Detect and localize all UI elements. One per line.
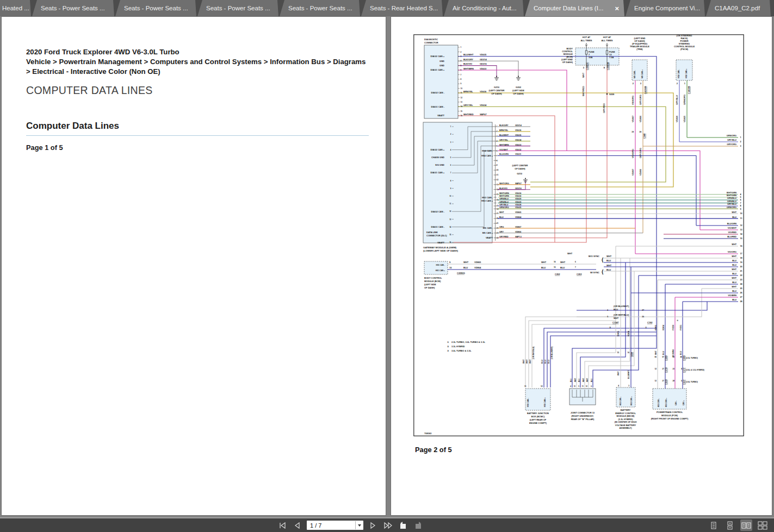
svg-text:7: 7 xyxy=(461,74,462,76)
svg-text:BLK/VIO: BLK/VIO xyxy=(463,62,472,65)
last-page-button[interactable] xyxy=(382,520,394,531)
tab-close-icon[interactable]: × xyxy=(610,5,619,12)
svg-text:HOT AT: HOT AT xyxy=(583,36,591,39)
svg-text:WHT/GRN: WHT/GRN xyxy=(499,192,509,195)
svg-text:DIAG1 CAN +: DIAG1 CAN + xyxy=(431,68,445,71)
svg-text:DIAG2 CAN +: DIAG2 CAN + xyxy=(431,148,445,151)
svg-text:11: 11 xyxy=(524,385,527,387)
svg-text:C138B: C138B xyxy=(665,355,667,361)
svg-text:39: 39 xyxy=(631,131,634,133)
svg-text:VD630: VD630 xyxy=(515,192,521,195)
svg-text:16: 16 xyxy=(461,115,463,117)
svg-text:5: 5 xyxy=(607,316,608,318)
section-title: COMPUTER DATA LINES xyxy=(26,84,366,97)
svg-text:GD214: GD214 xyxy=(480,58,487,61)
svg-text:4: 4 xyxy=(497,140,498,142)
svg-text:HS1 CAN -: HS1 CAN - xyxy=(436,264,445,266)
svg-text:(RIGHT UNDERBODY,: (RIGHT UNDERBODY, xyxy=(571,415,593,417)
svg-text:6: 6 xyxy=(497,150,498,152)
svg-text:VD807: VD807 xyxy=(631,168,634,176)
previous-page-button[interactable] xyxy=(292,520,304,531)
wire xyxy=(530,151,700,230)
svg-text:OF DASH): OF DASH) xyxy=(513,92,524,95)
tab-seats-power-seats[interactable]: Seats - Power Seats ... xyxy=(197,0,278,16)
page-number-input[interactable]: 1 / 7 xyxy=(307,521,363,530)
svg-text:GD214: GD214 xyxy=(515,124,522,127)
tab-seats-rear-heated-s[interactable]: Seats - Rear Heated S... xyxy=(361,0,443,16)
tab-air-conditioning-aut[interactable]: Air Conditioning - Aut... xyxy=(444,0,524,16)
svg-text:WHT: WHT xyxy=(617,371,620,375)
pdf-viewer-window: Heated ...Seats - Power Seats ...Seats -… xyxy=(0,0,774,532)
svg-text:WHT: WHT xyxy=(541,261,547,264)
svg-text:9: 9 xyxy=(497,164,498,166)
svg-text:REAR OF "B" PILLAR): REAR OF "B" PILLAR) xyxy=(571,418,595,421)
svg-text:GND: GND xyxy=(439,60,444,62)
svg-text:(3.0L TURBO): (3.0L TURBO) xyxy=(686,381,698,383)
single-page-view-button[interactable] xyxy=(708,520,720,531)
svg-text:C4398: C4398 xyxy=(631,352,633,357)
svg-text:VD633: VD633 xyxy=(515,144,521,146)
svg-text:WHT: WHT xyxy=(732,286,736,288)
svg-text:OF DASH): OF DASH) xyxy=(491,92,502,95)
breadcrumb: Vehicle > Powertrain Management > Comput… xyxy=(26,57,366,77)
svg-text:VD866: VD866 xyxy=(515,231,521,233)
svg-text:WHT/GRN: WHT/GRN xyxy=(727,195,736,197)
first-page-button[interactable] xyxy=(276,520,288,531)
svg-text:SBP67: SBP67 xyxy=(515,183,522,185)
svg-text:12: 12 xyxy=(586,385,588,387)
svg-text:VD631: VD631 xyxy=(515,153,521,155)
svg-text:14: 14 xyxy=(449,226,451,228)
previous-view-button[interactable] xyxy=(397,520,409,531)
two-page-view-icon xyxy=(741,521,752,530)
svg-text:GRY/RED: GRY/RED xyxy=(603,103,605,113)
next-page-button[interactable] xyxy=(367,520,379,531)
tab-seats-power-seats[interactable]: Seats - Power Seats ... xyxy=(280,0,360,16)
svg-text:BLU/GRN: BLU/GRN xyxy=(727,223,737,225)
svg-text:HS3 CAN +: HS3 CAN + xyxy=(481,199,493,202)
tab-engine-component-vi[interactable]: Engine Component Vi... xyxy=(626,0,705,16)
svg-text:3: 3 xyxy=(740,145,741,147)
svg-text:C248: C248 xyxy=(643,133,646,139)
svg-text:BLU/WHT: BLU/WHT xyxy=(463,53,474,56)
svg-text:VD632: VD632 xyxy=(515,149,521,151)
svg-text:2: 2 xyxy=(461,51,462,53)
svg-text:BLU: BLU xyxy=(560,266,565,269)
svg-text:ALL TIMES: ALL TIMES xyxy=(601,39,612,42)
svg-text:27: 27 xyxy=(740,296,742,298)
svg-text:VD826: VD826 xyxy=(676,115,678,122)
svg-text:GATEWAY MODULE A (GWM): GATEWAY MODULE A (GWM) xyxy=(423,246,457,249)
svg-text:23: 23 xyxy=(740,279,742,281)
svg-text:WHT: WHT xyxy=(463,261,469,264)
svg-text:13: 13 xyxy=(461,101,463,103)
tab-seats-power-seats[interactable]: Seats - Power Seats ... xyxy=(32,0,114,16)
svg-text:GRY/BLU: GRY/BLU xyxy=(727,139,736,141)
svg-text:10: 10 xyxy=(449,266,452,269)
continuous-view-button[interactable] xyxy=(724,520,736,531)
tab-heated[interactable]: Heated ... xyxy=(0,0,31,16)
document-header: 2020 Ford Truck Explorer 4WD V6-3.0L Tur… xyxy=(26,47,366,152)
svg-text:BLU/RED: BLU/RED xyxy=(727,236,736,238)
tab-c1aa09-c2-pdf[interactable]: C1AA09_C2.pdf xyxy=(706,0,771,16)
svg-text:7.5A: 7.5A xyxy=(609,56,614,59)
next-view-button[interactable] xyxy=(412,520,424,531)
svg-text:WHT: WHT xyxy=(499,211,504,214)
svg-text:WHT: WHT xyxy=(586,378,589,382)
tab-seats-power-seats[interactable]: Seats - Power Seats ... xyxy=(115,0,196,16)
two-page-continuous-view-button[interactable] xyxy=(757,520,769,531)
tab-label: Seats - Power Seats ... xyxy=(288,5,352,11)
svg-text:CAN +: CAN + xyxy=(683,400,685,405)
vehicle-title: 2020 Ford Truck Explorer 4WD V6-3.0L Tur… xyxy=(26,47,366,57)
svg-text:BLK/GRY: BLK/GRY xyxy=(499,124,509,127)
svg-text:ENGINE COMPT): ENGINE COMPT) xyxy=(529,422,547,424)
svg-text:WHT: WHT xyxy=(606,255,612,258)
svg-text:C175T: C175T xyxy=(683,367,685,373)
svg-text:WHT/GRN: WHT/GRN xyxy=(499,195,509,197)
page-dropdown-caret-icon[interactable] xyxy=(355,521,363,529)
svg-text:GRY/BLU: GRY/BLU xyxy=(676,95,678,105)
svg-text:SIG GND: SIG GND xyxy=(435,164,444,166)
tab-computer-data-lines-i[interactable]: Computer Data Lines (I...× xyxy=(525,0,624,16)
two-page-continuous-view-icon xyxy=(757,521,768,530)
svg-text:BLK/GRY: BLK/GRY xyxy=(463,58,473,61)
svg-text:BLU: BLU xyxy=(541,266,546,269)
two-page-view-button[interactable] xyxy=(740,520,752,531)
